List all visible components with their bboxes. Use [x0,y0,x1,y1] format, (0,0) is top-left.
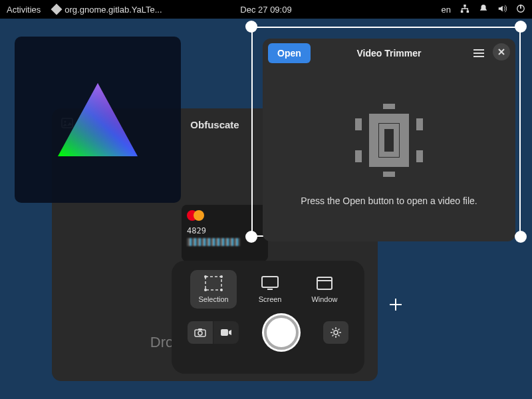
svg-point-11 [220,275,223,278]
svg-rect-21 [221,329,228,336]
svg-rect-1 [461,10,464,13]
svg-rect-20 [198,329,202,331]
top-bar: Activities org.gnome.gitlab.YaLTe... Dec… [0,0,532,19]
open-button[interactable]: Open [268,43,311,63]
svg-marker-6 [58,83,138,156]
mode-window-label: Window [311,295,337,303]
selection-handle-sw[interactable] [245,231,257,243]
video-mode-button[interactable] [213,321,239,344]
svg-rect-15 [267,289,273,290]
activities-button[interactable]: Activities [7,5,41,15]
settings-button[interactable] [323,321,348,344]
rgb-triangle-icon [51,80,144,160]
mode-selection[interactable]: Selection [190,270,236,309]
clock[interactable]: Dec 27 09:09 [240,5,291,15]
color-triangle-window[interactable] [15,37,181,203]
mode-screen[interactable]: Screen [251,270,290,309]
selection-handle-nw[interactable] [245,21,257,33]
hamburger-menu-button[interactable] [469,43,489,63]
svg-rect-14 [262,277,278,287]
svg-rect-16 [317,277,332,289]
svg-point-19 [198,331,202,335]
svg-rect-23 [473,49,484,51]
close-button[interactable] [493,43,510,61]
svg-rect-36 [383,172,395,177]
trim-placeholder-icon [346,104,432,177]
photo-mode-button[interactable] [188,321,213,344]
svg-point-22 [334,331,338,334]
svg-point-13 [220,289,223,291]
svg-point-10 [204,275,207,278]
notifications-icon[interactable] [479,4,488,15]
svg-rect-4 [520,4,521,8]
svg-rect-9 [205,277,221,290]
svg-rect-29 [369,158,409,167]
volume-icon[interactable] [497,4,507,15]
mode-selection-label: Selection [198,295,228,303]
obfuscate-title: Obfuscate [190,119,239,130]
svg-rect-30 [382,126,396,154]
selection-handle-se[interactable] [515,231,527,243]
trimmer-hint: Press the Open button to open a video fi… [301,196,477,206]
capture-button[interactable] [264,315,299,350]
screenshot-panel: Selection Screen Window [172,261,364,374]
svg-rect-0 [464,4,466,7]
svg-rect-31 [355,118,362,130]
app-icon [51,4,63,15]
svg-rect-25 [473,56,484,57]
mode-screen-label: Screen [259,295,282,303]
network-icon[interactable] [460,4,469,15]
svg-rect-2 [467,10,469,13]
svg-rect-24 [473,53,484,54]
app-name: org.gnome.gitlab.YaLTe... [65,5,162,15]
trimmer-title: Video Trimmer [356,48,421,59]
trimmer-header: Open Video Trimmer [263,39,515,68]
power-icon[interactable] [516,4,525,15]
app-menu[interactable]: org.gnome.gitlab.YaLTe... [53,5,162,15]
svg-rect-32 [355,150,362,162]
selection-handle-ne[interactable] [515,21,527,33]
video-trimmer-window[interactable]: Open Video Trimmer Press the Open button… [263,39,515,241]
svg-point-12 [204,289,207,291]
svg-rect-34 [416,150,423,162]
mode-window[interactable]: Window [303,270,345,309]
svg-rect-28 [369,114,409,123]
input-lang[interactable]: en [442,5,451,15]
svg-rect-35 [383,104,395,109]
svg-rect-33 [416,118,423,130]
